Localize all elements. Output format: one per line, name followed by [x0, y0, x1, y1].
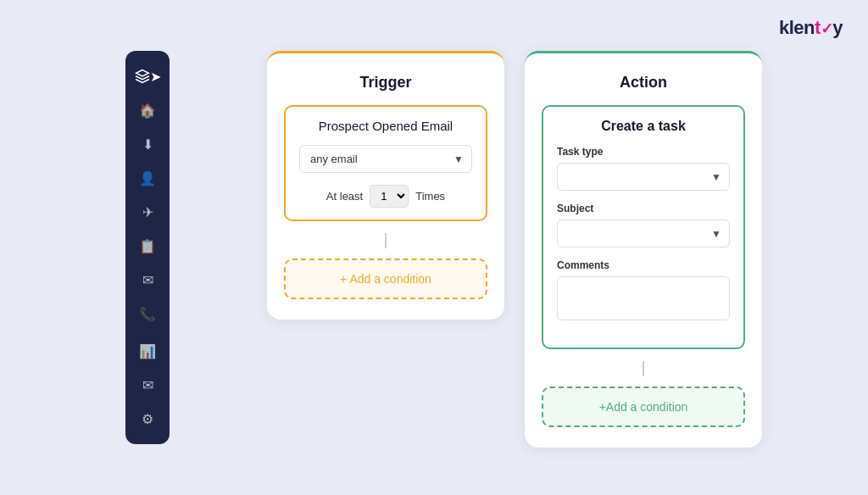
action-card-title: Action [542, 74, 745, 92]
action-connector [542, 361, 745, 376]
subject-select-row: ▼ [557, 220, 730, 248]
action-connector-line [643, 361, 644, 376]
sidebar-item-send[interactable]: ✈ [132, 197, 163, 227]
times-row: At least 1 2 3 Times [299, 185, 472, 208]
comments-label: Comments [557, 259, 730, 271]
task-type-group: Task type Call Email LinkedIn ▼ [557, 146, 730, 191]
action-add-condition-button[interactable]: +Add a condition [542, 387, 745, 427]
sidebar-item-contacts[interactable]: 👤 [132, 163, 163, 193]
comments-textarea[interactable] [557, 276, 730, 320]
subject-group: Subject ▼ [557, 203, 730, 248]
trigger-box-title: Prospect Opened Email [299, 119, 472, 133]
klenty-logo: klent✓y [779, 17, 843, 39]
email-select-row: any email specific email ▼ [299, 145, 472, 173]
main-content: Trigger Prospect Opened Email any email … [178, 51, 851, 444]
sidebar: ➤ 🏠 ⬇ 👤 ✈ 📋 ✉ 📞 📊 ✉ ⚙ [125, 51, 170, 444]
times-label: Times [415, 190, 445, 203]
logo-accent: t [815, 17, 821, 38]
sidebar-item-calls[interactable]: 📞 [132, 298, 163, 329]
sidebar-item-tasks[interactable]: 📋 [132, 231, 163, 261]
task-type-label: Task type [557, 146, 730, 158]
task-type-select[interactable]: Call Email LinkedIn [557, 163, 730, 191]
sidebar-item-settings[interactable]: ⚙ [132, 403, 163, 434]
at-least-label: At least [326, 190, 363, 203]
action-box-title: Create a task [557, 119, 730, 134]
sidebar-item-home[interactable]: 🏠 [132, 95, 163, 125]
subject-label: Subject [557, 203, 730, 214]
sidebar-item-location[interactable]: ➤ [132, 61, 163, 92]
sidebar-item-email2[interactable]: ✉ [132, 370, 163, 400]
action-box: Create a task Task type Call Email Linke… [542, 105, 745, 349]
trigger-box: Prospect Opened Email any email specific… [284, 105, 487, 221]
comments-group: Comments [557, 259, 730, 324]
sidebar-item-mail[interactable]: ✉ [132, 264, 163, 295]
trigger-connector [284, 233, 487, 248]
task-type-select-row: Call Email LinkedIn ▼ [557, 163, 730, 191]
email-type-select[interactable]: any email specific email [299, 145, 472, 173]
subject-select[interactable] [557, 220, 730, 248]
times-count-select[interactable]: 1 2 3 [370, 185, 409, 208]
trigger-card: Trigger Prospect Opened Email any email … [267, 51, 504, 320]
action-card: Action Create a task Task type Call Emai… [525, 51, 762, 448]
sidebar-item-download[interactable]: ⬇ [132, 129, 163, 159]
trigger-add-condition-button[interactable]: + Add a condition [284, 259, 487, 299]
logo-check-icon: ✓ [821, 19, 833, 38]
sidebar-item-reports[interactable]: 📊 [132, 336, 163, 366]
trigger-card-title: Trigger [284, 74, 487, 92]
connector-line [385, 233, 387, 248]
